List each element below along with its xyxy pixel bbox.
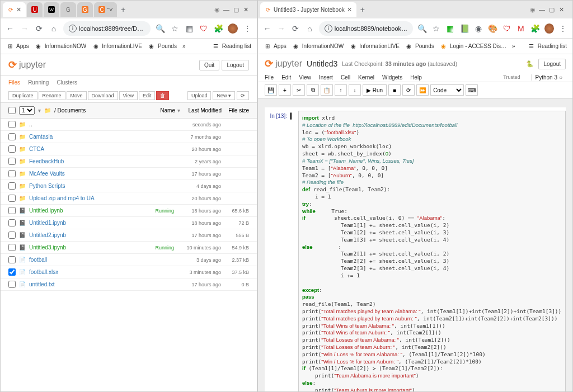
- browser-tab[interactable]: C"V: [94, 2, 117, 17]
- move-button[interactable]: Move: [67, 91, 87, 100]
- site-info-icon[interactable]: i: [325, 25, 332, 32]
- ext-icon[interactable]: 📗: [460, 23, 469, 34]
- file-name[interactable]: untitled.txt: [29, 281, 176, 287]
- menu-widgets[interactable]: Widgets: [382, 74, 402, 81]
- minimize-button[interactable]: —: [539, 6, 546, 13]
- site-info-icon[interactable]: i: [69, 25, 77, 32]
- bookmark-item[interactable]: ◉InformationNOW: [35, 42, 86, 50]
- add-cell-button[interactable]: +: [279, 84, 291, 96]
- file-row[interactable]: 📓Untitled.ipynbRunning18 hours ago65.6 k…: [1, 205, 257, 217]
- bookmark-item[interactable]: ◉Pounds: [405, 42, 434, 50]
- apps-button[interactable]: ⊞Apps: [264, 42, 286, 50]
- row-checkbox[interactable]: [8, 121, 16, 128]
- col-name[interactable]: Name: [160, 107, 175, 114]
- file-name[interactable]: Untitled3.ipynb: [29, 244, 155, 251]
- trusted-label[interactable]: Trusted: [503, 74, 523, 81]
- bookmark-item[interactable]: ◉InformationLIVE: [349, 42, 400, 50]
- menu-edit[interactable]: Edit: [281, 74, 291, 81]
- row-checkbox[interactable]: [8, 145, 16, 153]
- back-button[interactable]: ←: [262, 23, 272, 34]
- rename-button[interactable]: Rename: [39, 91, 65, 100]
- file-name[interactable]: football: [29, 257, 176, 263]
- file-name[interactable]: Untitled.ipynb: [29, 207, 155, 214]
- logout-button[interactable]: Logout: [538, 59, 566, 69]
- menu-insert[interactable]: Insert: [319, 74, 333, 81]
- row-checkbox[interactable]: [8, 219, 16, 226]
- file-name[interactable]: Upload zip and mp4 to UA: [29, 195, 176, 201]
- jupyter-logo[interactable]: ⟳jupyter: [265, 58, 302, 70]
- avatar[interactable]: [228, 23, 238, 34]
- cell-type-select[interactable]: Code: [430, 84, 464, 96]
- file-row[interactable]: 📁Camtasia7 months ago: [1, 131, 257, 143]
- new-tab-button[interactable]: +: [358, 4, 368, 15]
- file-row[interactable]: 📓Untitled3.ipynbRunning10 minutes ago54.…: [1, 242, 257, 254]
- move-down-button[interactable]: ↓: [349, 84, 361, 96]
- file-row[interactable]: 📁..seconds ago: [1, 119, 257, 131]
- back-button[interactable]: ←: [5, 23, 15, 34]
- new-button[interactable]: New ▾: [213, 91, 235, 100]
- browser-tab[interactable]: U: [27, 2, 43, 17]
- search-icon[interactable]: 🔍: [155, 23, 165, 34]
- refresh-button[interactable]: ⟳: [237, 91, 249, 100]
- close-icon[interactable]: ✕: [16, 6, 21, 13]
- menu-kernel[interactable]: Kernel: [358, 74, 374, 81]
- save-button[interactable]: 💾: [265, 84, 277, 96]
- overflow-chevron[interactable]: »: [512, 43, 515, 49]
- tab-clusters[interactable]: Clusters: [57, 79, 77, 86]
- browser-tab[interactable]: ⟳ Untitled3 - Jupyter Notebook ✕: [260, 2, 356, 17]
- notebook-title[interactable]: Untitled3: [307, 59, 337, 68]
- tab-files[interactable]: Files: [8, 79, 20, 86]
- file-name[interactable]: McAfee Vaults: [29, 171, 176, 177]
- menu-file[interactable]: File: [265, 74, 274, 81]
- select-all-checkbox[interactable]: [8, 107, 16, 114]
- browser-tab[interactable]: ⟳✕: [3, 2, 26, 17]
- file-name[interactable]: Python Scripts: [29, 183, 176, 189]
- row-checkbox[interactable]: [8, 133, 16, 140]
- row-checkbox[interactable]: [8, 195, 16, 202]
- ext-icon[interactable]: M: [516, 23, 525, 34]
- ext-icon[interactable]: ▦: [445, 23, 455, 34]
- selection-count[interactable]: 1: [19, 106, 35, 115]
- reload-button[interactable]: ⟳: [290, 23, 300, 34]
- row-checkbox[interactable]: [8, 232, 16, 239]
- row-checkbox[interactable]: [8, 158, 16, 165]
- ext-icon[interactable]: ▦: [184, 23, 194, 34]
- command-palette-button[interactable]: ⌨: [466, 84, 478, 96]
- file-row[interactable]: 📓Untitled1.ipynb18 hours ago72 B: [1, 217, 257, 229]
- restart-button[interactable]: ⟳: [402, 84, 415, 96]
- bookmark-item[interactable]: ◉Login - ACCESS Dis…: [440, 42, 506, 50]
- apps-button[interactable]: ⊞Apps: [6, 42, 29, 50]
- file-row[interactable]: 📁FeedbackHub2 years ago: [1, 155, 257, 168]
- row-checkbox[interactable]: [8, 170, 16, 177]
- bookmark-item[interactable]: ◉InformationLIVE: [92, 42, 142, 50]
- code-input[interactable]: import xlrd # Location of the file http:…: [298, 111, 566, 391]
- file-row[interactable]: 📁CTCA20 hours ago: [1, 143, 257, 155]
- quit-button[interactable]: Quit: [199, 60, 219, 70]
- browser-tab[interactable]: G: [77, 2, 93, 17]
- download-button[interactable]: Download: [88, 91, 118, 100]
- jupyter-logo[interactable]: ⟳jupyter: [8, 59, 46, 71]
- puzzle-icon[interactable]: 🧩: [213, 23, 223, 34]
- file-row[interactable]: 📁McAfee Vaults17 hours ago: [1, 168, 257, 180]
- row-checkbox[interactable]: [8, 268, 16, 276]
- file-row[interactable]: 📁Upload zip and mp4 to UA20 hours ago: [1, 192, 257, 205]
- copy-button[interactable]: ⧉: [307, 84, 319, 96]
- file-name[interactable]: CTCA: [29, 146, 176, 152]
- avatar[interactable]: [544, 23, 554, 34]
- edit-button[interactable]: Edit: [139, 91, 156, 100]
- tab-running[interactable]: Running: [28, 79, 49, 86]
- ext-icon[interactable]: 🎨: [488, 23, 497, 34]
- file-row[interactable]: 📁Python Scripts4 days ago: [1, 180, 257, 192]
- row-checkbox[interactable]: [8, 207, 16, 214]
- ext-icon[interactable]: ◉: [474, 23, 483, 34]
- bookmark-item[interactable]: ◉InformationNOW: [292, 42, 344, 50]
- url-bar[interactable]: i localhost:8889/tree/D…: [63, 21, 151, 36]
- menu-view[interactable]: View: [299, 74, 311, 81]
- delete-button[interactable]: 🗑: [156, 91, 169, 100]
- star-icon[interactable]: ☆: [170, 23, 180, 34]
- file-name[interactable]: ..: [29, 121, 176, 127]
- menu-icon[interactable]: ⋮: [558, 23, 568, 34]
- logout-button[interactable]: Logout: [222, 60, 249, 70]
- cut-button[interactable]: ✂: [293, 84, 305, 96]
- file-name[interactable]: Untitled1.ipynb: [29, 220, 176, 226]
